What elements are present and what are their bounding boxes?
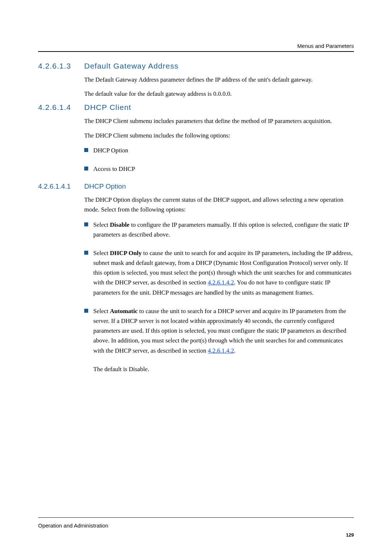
square-bullet-icon xyxy=(84,309,88,313)
paragraph: The default is Disable. xyxy=(93,364,354,374)
bullet-list: Select Disable to configure the IP param… xyxy=(84,220,354,356)
subsection-heading: 4.2.6.1.4.1 DHCP Option xyxy=(38,182,354,190)
text-run: to configure the IP parameters manually.… xyxy=(93,221,349,238)
section-title: DHCP Client xyxy=(84,103,131,112)
section-number: 4.2.6.1.3 xyxy=(38,62,84,70)
cross-reference-link[interactable]: 4.2.6.1.4.2 xyxy=(208,279,234,286)
section-heading: 4.2.6.1.4 DHCP Client xyxy=(38,103,354,112)
list-item-text: Select DHCP Only to cause the unit to se… xyxy=(93,248,354,297)
text-run: Select xyxy=(93,250,110,257)
subsection-title: DHCP Option xyxy=(84,182,126,190)
list-item: Select Disable to configure the IP param… xyxy=(84,220,354,239)
page-content: 4.2.6.1.3 Default Gateway Address The De… xyxy=(38,62,354,374)
section-title: Default Gateway Address xyxy=(84,62,179,70)
square-bullet-icon xyxy=(84,251,88,255)
list-item-text: DHCP Option xyxy=(93,145,354,155)
square-bullet-icon xyxy=(84,167,88,171)
subsection-number: 4.2.6.1.4.1 xyxy=(38,182,84,190)
square-bullet-icon xyxy=(84,148,88,152)
cross-reference-link[interactable]: 4.2.6.1.4.2 xyxy=(208,347,234,354)
paragraph: The DHCP Client submenu includes the fol… xyxy=(84,131,354,140)
paragraph: The default value for the default gatewa… xyxy=(84,89,354,99)
bullet-list: DHCP Option Access to DHCP xyxy=(84,145,354,174)
header-rule xyxy=(38,51,354,52)
footer-section-label: Operation and Administration xyxy=(38,522,108,529)
bold-text: Disable xyxy=(110,221,130,228)
running-header: Menus and Parameters xyxy=(297,43,354,49)
list-item-text: Select Disable to configure the IP param… xyxy=(93,220,354,239)
text-run: Select xyxy=(93,308,110,315)
paragraph: The DHCP Client submenu includes paramet… xyxy=(84,116,354,126)
paragraph: The Default Gateway Address parameter de… xyxy=(84,75,354,85)
list-item-text: Select Automatic to cause the unit to se… xyxy=(93,306,354,356)
text-run: Select xyxy=(93,221,110,228)
section-number: 4.2.6.1.4 xyxy=(38,103,84,112)
bold-text: DHCP Only xyxy=(110,250,142,257)
list-item: Access to DHCP xyxy=(84,164,354,174)
bold-text: Automatic xyxy=(110,308,138,315)
section-heading: 4.2.6.1.3 Default Gateway Address xyxy=(38,62,354,70)
square-bullet-icon xyxy=(84,222,88,226)
list-item: DHCP Option xyxy=(84,145,354,155)
footer-rule xyxy=(38,517,354,518)
list-item-text: Access to DHCP xyxy=(93,164,354,174)
page-number: 129 xyxy=(346,532,354,538)
list-item: Select DHCP Only to cause the unit to se… xyxy=(84,248,354,297)
paragraph: The DHCP Option displays the current sta… xyxy=(84,195,354,214)
list-item: Select Automatic to cause the unit to se… xyxy=(84,306,354,356)
text-run: . xyxy=(234,347,236,354)
